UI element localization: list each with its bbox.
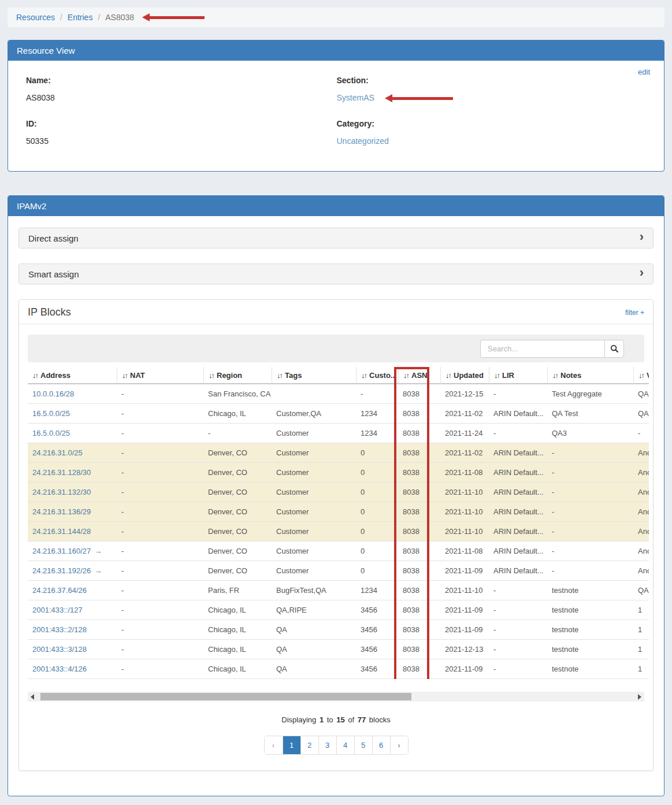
field-category: Category: Uncategorized (337, 119, 647, 146)
horizontal-scrollbar[interactable] (28, 692, 644, 702)
annotation-arrow-breadcrumb-icon (142, 13, 205, 21)
cell-region: Denver, CO (203, 522, 272, 541)
pagination-next[interactable]: › (390, 736, 408, 754)
cell-notes: - (547, 522, 633, 541)
cell-notes: testnote (547, 659, 633, 679)
column-header-address[interactable]: ↓↑Address (28, 367, 117, 384)
cell-updated: 2021-11-09 (440, 659, 489, 679)
address-link[interactable]: 24.216.37.64/26 (32, 586, 87, 595)
edit-link[interactable]: edit (638, 68, 650, 76)
merged-block-arrow-icon: → (94, 566, 102, 575)
breadcrumb-item-entries[interactable]: Entries (68, 13, 93, 22)
column-header-updated[interactable]: ↓↑Updated (440, 367, 489, 384)
column-header-vlan[interactable]: ↓↑Vl (633, 367, 649, 384)
cell-tags: Customer (272, 463, 356, 483)
cell-asn: 8038 (398, 502, 440, 522)
cell-vlan: 1 (633, 640, 649, 659)
cell-vlan: Anot (633, 522, 649, 541)
cell-customer: 0 (356, 522, 398, 541)
column-header-nat[interactable]: ↓↑NAT (117, 367, 203, 384)
scroll-right-arrow-icon[interactable] (635, 692, 644, 702)
pagination-prev[interactable]: ‹ (265, 736, 283, 754)
address-link[interactable]: 24.216.31.0/25 (32, 448, 83, 457)
breadcrumb-separator: / (98, 13, 100, 22)
arrow-head (385, 94, 392, 102)
address-link[interactable]: 2001:433::2/128 (32, 625, 87, 634)
cell-updated: 2021-11-09 (440, 620, 489, 640)
table-row: 24.216.31.192/26→-Denver, COCustomer0803… (28, 561, 649, 581)
cell-updated: 2021-11-10 (440, 483, 489, 502)
column-header-asn[interactable]: ↓↑ASN (398, 367, 440, 384)
address-link[interactable]: 24.216.31.132/30 (32, 488, 91, 496)
cell-notes: - (547, 443, 633, 463)
cell-tags: Customer (272, 522, 356, 541)
field-section: Section: SystemAS (337, 76, 647, 102)
address-link[interactable]: 24.216.31.144/28 (32, 527, 91, 536)
search-button[interactable] (604, 340, 624, 358)
ip-blocks-table-wrapper: ↓↑Address↓↑NAT↓↑Region↓↑Tags↓↑Custo...↓↑… (28, 367, 649, 679)
column-header-customer[interactable]: ↓↑Custo... (356, 367, 398, 384)
pagination-page-2[interactable]: 2 (300, 736, 318, 754)
cell-notes: - (547, 463, 633, 483)
address-link[interactable]: 2001:433::4/126 (32, 665, 87, 673)
address-link[interactable]: 24.216.31.160/27 (32, 547, 91, 555)
column-header-lir[interactable]: ↓↑LIR (489, 367, 547, 384)
chevron-right-icon: › (640, 233, 644, 243)
table-row: 2001:433::3/128-Chicago, ILQA34568038202… (28, 640, 649, 659)
cell-nat: - (117, 424, 203, 443)
cell-customer: 3456 (356, 659, 398, 679)
column-header-notes[interactable]: ↓↑Notes (547, 367, 633, 384)
pagination-page-5[interactable]: 5 (354, 736, 372, 754)
scrollbar-track[interactable] (37, 692, 635, 702)
pagination-page-3[interactable]: 3 (318, 736, 336, 754)
accordion-smart-assign[interactable]: Smart assign› (18, 264, 654, 284)
address-link[interactable]: 2001:433::/127 (32, 606, 83, 614)
column-header-region[interactable]: ↓↑Region (203, 367, 272, 384)
cell-asn: 8038 (398, 463, 440, 483)
table-row: 16.5.0.0/25--Customer123480382021-11-24-… (28, 424, 649, 443)
address-link[interactable]: 16.5.0.0/25 (32, 409, 70, 418)
name-value: AS8038 (26, 93, 336, 102)
ip-blocks-body: ↓↑Address↓↑NAT↓↑Region↓↑Tags↓↑Custo...↓↑… (19, 324, 653, 770)
cell-lir: - (489, 384, 547, 404)
scrollbar-thumb[interactable] (40, 693, 411, 700)
cell-lir: ARIN Default... (489, 502, 547, 522)
table-row: 10.0.0.16/28-San Francisco, CA-80382021-… (28, 384, 649, 404)
address-link[interactable]: 16.5.0.0/25 (32, 429, 70, 437)
cell-notes: Test Aggregate (547, 384, 633, 404)
table-row: 24.216.37.64/26-Paris, FRBugFixTest,QA12… (28, 581, 649, 600)
cell-nat: - (117, 522, 203, 541)
address-link[interactable]: 24.216.31.128/30 (32, 468, 91, 477)
accordion-label: Smart assign (28, 269, 79, 279)
resource-view-panel: Resource View edit Name: AS8038 ID: 5033… (8, 40, 664, 172)
cell-asn: 8038 (398, 424, 440, 443)
pagination-page-6[interactable]: 6 (372, 736, 390, 754)
address-link[interactable]: 24.216.31.136/29 (32, 507, 91, 516)
breadcrumb-item-resources[interactable]: Resources (16, 13, 55, 22)
search-group (480, 340, 624, 358)
cell-vlan: Anot (633, 502, 649, 522)
cell-tags: QA (272, 640, 356, 659)
table-row: 24.216.31.0/25-Denver, COCustomer0803820… (28, 443, 649, 463)
column-header-tags[interactable]: ↓↑Tags (272, 367, 356, 384)
breadcrumb-item-as8038: AS8038 (105, 13, 134, 22)
cell-asn: 8038 (398, 443, 440, 463)
pagination-page-4[interactable]: 4 (336, 736, 354, 754)
cell-tags: Customer (272, 424, 356, 443)
arrow-tail (150, 16, 205, 19)
search-icon (610, 344, 619, 353)
cell-tags: Customer,QA (272, 404, 356, 424)
search-input[interactable] (480, 340, 604, 358)
address-link[interactable]: 2001:433::3/128 (32, 645, 87, 654)
address-link[interactable]: 24.216.31.192/26 (32, 566, 91, 575)
cell-vlan: 1 (633, 659, 649, 679)
scroll-left-arrow-icon[interactable] (28, 692, 37, 702)
section-link[interactable]: SystemAS (337, 93, 374, 102)
filter-link[interactable]: filter + (625, 309, 644, 317)
cell-updated: 2021-11-10 (440, 581, 489, 600)
pagination-page-1[interactable]: 1 (283, 736, 300, 754)
accordion-direct-assign[interactable]: Direct assign› (18, 228, 654, 248)
sort-icon: ↓↑ (32, 371, 38, 380)
category-link[interactable]: Uncategorized (337, 136, 389, 146)
address-link[interactable]: 10.0.0.16/28 (32, 389, 74, 398)
